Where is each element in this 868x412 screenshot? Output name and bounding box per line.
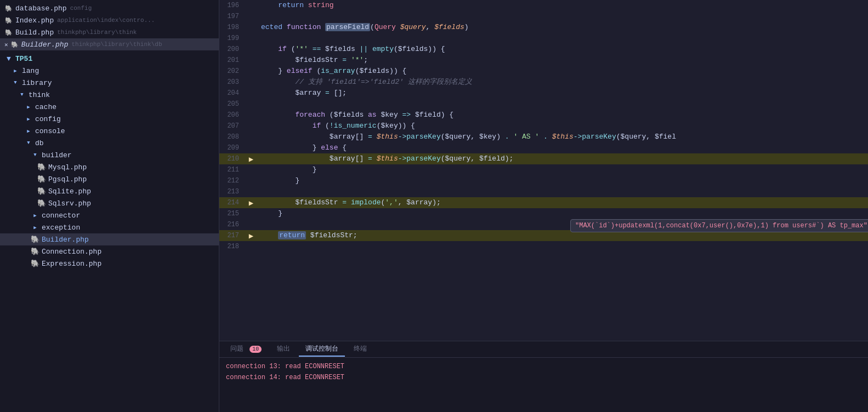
line-code: } else { xyxy=(257,142,868,153)
file-label: Mysql.php xyxy=(48,163,87,171)
line-num: 201 xyxy=(219,55,246,66)
php-file-icon: 🐘 xyxy=(37,163,46,171)
line-gutter xyxy=(246,131,257,142)
folder-label: lang xyxy=(22,67,39,75)
line-code: } elseif (is_array($fields)) { xyxy=(257,66,868,77)
chevron-down-icon: ▼ xyxy=(11,78,20,87)
sidebar-item-connector[interactable]: ▶ connector xyxy=(0,209,219,221)
tab-problems[interactable]: 问题 10 xyxy=(224,342,268,357)
file-label: database.php xyxy=(15,4,67,13)
line-num: 205 xyxy=(219,99,246,110)
line-num: 216 xyxy=(219,219,246,230)
tab-output[interactable]: 输出 xyxy=(270,342,297,357)
sidebar-item-lang[interactable]: ▶ lang xyxy=(0,65,219,77)
code-line-204: 204 $array = []; xyxy=(219,88,868,99)
file-label: Expression.php xyxy=(42,260,101,268)
file-label: Builder.php xyxy=(21,41,69,49)
line-code xyxy=(257,241,868,252)
line-num: 207 xyxy=(219,121,246,131)
line-num: 217 xyxy=(219,230,246,241)
terminal-panel: 问题 10 输出 调试控制台 终端 connection 13: read EC… xyxy=(219,341,868,412)
sidebar-item-exception[interactable]: ▶ exception xyxy=(0,221,219,233)
code-line-211: 211 } xyxy=(219,164,868,175)
folder-label: cache xyxy=(35,103,56,111)
sidebar-item-pgsql-php[interactable]: 🐘 Pgsql.php xyxy=(0,173,219,185)
close-tab-icon[interactable]: ✕ xyxy=(4,41,8,48)
file-label: Builder.php xyxy=(42,236,89,244)
line-gutter: ▶ xyxy=(246,153,257,164)
line-code: return string xyxy=(257,0,868,11)
line-gutter xyxy=(246,33,257,44)
code-line-202: 202 } elseif (is_array($fields)) { xyxy=(219,66,868,77)
line-num: 218 xyxy=(219,241,246,252)
sidebar-item-connection-php[interactable]: 🐘 Connection.php xyxy=(0,245,219,258)
php-file-icon: 🐘 xyxy=(31,259,39,268)
tab-terminal[interactable]: 终端 xyxy=(347,342,373,357)
line-num: 209 xyxy=(219,142,246,153)
sidebar-item-library[interactable]: ▼ library xyxy=(0,77,219,89)
sidebar-item-database-php[interactable]: 🐘 database.php config xyxy=(0,2,219,14)
sidebar-item-cache[interactable]: ▶ cache xyxy=(0,101,219,113)
line-gutter xyxy=(246,142,257,153)
tab-debug-label: 调试控制台 xyxy=(305,345,338,353)
code-line-199: 199 xyxy=(219,33,868,44)
line-gutter: ▶ xyxy=(246,197,257,208)
editor-area: 196 return string 197 198 ected function… xyxy=(219,0,868,412)
line-num: 204 xyxy=(219,88,246,99)
sidebar-item-expression-php[interactable]: 🐘 Expression.php xyxy=(0,258,219,270)
code-line-196: 196 return string xyxy=(219,0,868,11)
line-num: 208 xyxy=(219,131,246,142)
editor-content[interactable]: 196 return string 197 198 ected function… xyxy=(219,0,868,341)
file-label: Connection.php xyxy=(42,248,101,256)
line-code xyxy=(257,33,868,44)
line-gutter xyxy=(246,121,257,131)
tab-problems-label: 问题 xyxy=(230,345,243,353)
tab-debug-console[interactable]: 调试控制台 xyxy=(299,342,345,357)
tab-terminal-label: 终端 xyxy=(354,345,367,353)
line-code: foreach ($fields as $key => $field) { xyxy=(257,110,868,121)
line-code: if (!is_numeric($key)) { xyxy=(257,121,868,131)
line-num: 196 xyxy=(219,0,246,11)
line-gutter xyxy=(246,175,257,186)
line-gutter xyxy=(246,88,257,99)
code-line-201: 201 $fieldsStr = '*'; xyxy=(219,55,868,66)
line-gutter xyxy=(246,110,257,121)
line-num: 200 xyxy=(219,44,246,55)
line-code xyxy=(257,186,868,197)
sidebar-item-console[interactable]: ▶ console xyxy=(0,125,219,137)
folder-label: db xyxy=(35,139,44,147)
line-gutter xyxy=(246,219,257,230)
code-line-205: 205 xyxy=(219,99,868,110)
sidebar-item-sqlsrv-php[interactable]: 🐘 Sqlsrv.php xyxy=(0,197,219,209)
line-code: $array[] = $this->parseKey($query, $fiel… xyxy=(257,153,868,164)
sidebar-item-db[interactable]: ▼ db xyxy=(0,137,219,149)
sidebar-item-builder-folder[interactable]: ▼ builder xyxy=(0,149,219,161)
line-gutter: ▶ xyxy=(246,230,257,241)
line-code: $array[] = $this->parseKey($query, $key)… xyxy=(257,131,868,142)
sidebar-item-sqlite-php[interactable]: 🐘 Sqlite.php xyxy=(0,185,219,197)
sidebar-item-mysql-php[interactable]: 🐘 Mysql.php xyxy=(0,161,219,173)
sidebar-item-builder-php[interactable]: 🐘 Builder.php xyxy=(0,233,219,245)
line-num: 214 xyxy=(219,197,246,208)
problems-badge: 10 xyxy=(249,346,262,353)
code-line-218: 218 xyxy=(219,241,868,252)
line-num: 202 xyxy=(219,66,246,77)
section-label: TP51 xyxy=(15,55,32,63)
code-line-213: 213 xyxy=(219,186,868,197)
sidebar-item-build-php[interactable]: 🐘 Build.php thinkphp\library\think xyxy=(0,26,219,38)
sidebar-section-tp51[interactable]: ▼ TP51 xyxy=(0,53,219,65)
breakpoint-arrow: ▶ xyxy=(249,154,253,164)
sidebar: 🐘 database.php config 🐘 Index.php applic… xyxy=(0,0,219,412)
sidebar-item-config[interactable]: ▶ config xyxy=(0,113,219,125)
php-file-icon: 🐘 xyxy=(37,199,46,208)
folder-label: connector xyxy=(42,211,80,220)
sidebar-item-index-php[interactable]: 🐘 Index.php application\index\contro... xyxy=(0,14,219,26)
line-gutter xyxy=(246,22,257,33)
sidebar-item-think[interactable]: ▼ think xyxy=(0,89,219,101)
line-num: 210 xyxy=(219,153,246,164)
breakpoint-arrow: ▶ xyxy=(249,231,253,241)
line-gutter xyxy=(246,99,257,110)
sidebar-item-builder-php-active[interactable]: ✕ 🐘 Builder.php thinkphp\library\think\d… xyxy=(0,38,219,50)
php-file-icon: 🐘 xyxy=(10,40,19,49)
code-line-214: 214 ▶ $fieldsStr = implode(',', $array); xyxy=(219,197,868,208)
